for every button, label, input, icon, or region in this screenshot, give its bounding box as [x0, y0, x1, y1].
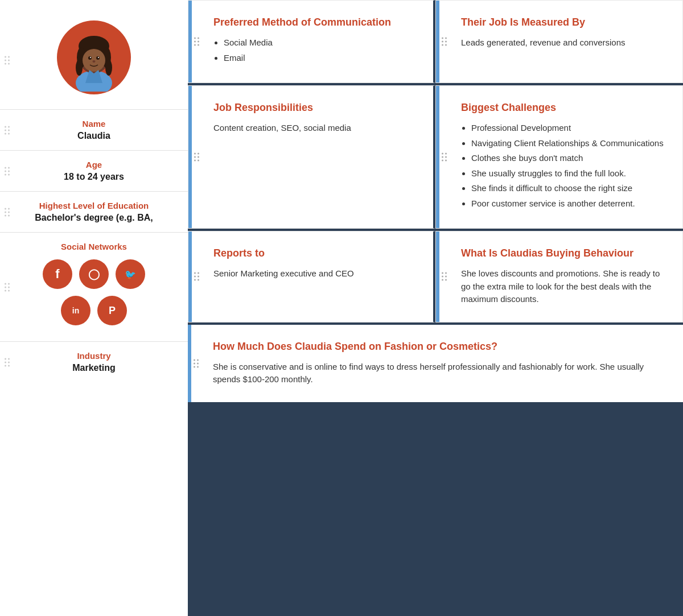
- age-section: Age 18 to 24 years: [0, 151, 188, 192]
- content-row-2: Job Responsibilities Content creation, S…: [188, 83, 683, 229]
- sidebar: Name Claudia Age 18 to 24 years Highest …: [0, 0, 188, 616]
- page-layout: Name Claudia Age 18 to 24 years Highest …: [0, 0, 683, 616]
- social-networks-section: Social Networks f ◯ 🐦 in P: [0, 233, 188, 342]
- reports-to-body: Senior Marketing executive and CEO: [213, 267, 417, 280]
- social-networks-label: Social Networks: [11, 242, 176, 251]
- instagram-icon[interactable]: ◯: [79, 259, 109, 289]
- reports-to-card: Reports to Senior Marketing executive an…: [188, 231, 435, 323]
- drag-handle: [194, 38, 199, 46]
- job-responsibilities-title: Job Responsibilities: [213, 102, 417, 114]
- biggest-challenges-card: Biggest Challenges Professional Developm…: [435, 85, 683, 229]
- industry-label: Industry: [11, 351, 176, 361]
- list-item: Professional Development: [471, 122, 666, 135]
- list-item: Email: [224, 52, 417, 65]
- list-item: Social Media: [224, 36, 417, 49]
- drag-handle: [442, 38, 447, 46]
- spend-body: She is conservative and is online to fin…: [213, 361, 667, 386]
- linkedin-icon[interactable]: in: [61, 296, 90, 325]
- spend-section: How Much Does Claudia Spend on Fashion o…: [188, 323, 683, 402]
- main-content: Preferred Method of Communication Social…: [188, 0, 683, 616]
- list-item: She finds it difficult to choose the rig…: [471, 182, 666, 195]
- education-section: Highest Level of Education Bachelor's de…: [0, 192, 188, 233]
- facebook-icon[interactable]: f: [43, 259, 72, 289]
- preferred-comm-title: Preferred Method of Communication: [213, 16, 417, 28]
- twitter-icon[interactable]: 🐦: [116, 259, 145, 289]
- drag-handle: [5, 358, 10, 366]
- buying-behaviour-title: What Is Claudias Buying Behaviour: [461, 247, 666, 259]
- education-value: Bachelor's degree (e.g. BA,: [11, 213, 176, 223]
- buying-behaviour-card: What Is Claudias Buying Behaviour She lo…: [435, 231, 683, 323]
- list-item: She usually struggles to find the full l…: [471, 167, 666, 180]
- pinterest-icon[interactable]: P: [97, 296, 127, 325]
- drag-handle: [5, 126, 10, 134]
- age-label: Age: [11, 160, 176, 169]
- reports-to-title: Reports to: [213, 247, 417, 259]
- job-responsibilities-body: Content creation, SEO, social media: [213, 122, 417, 135]
- biggest-challenges-title: Biggest Challenges: [461, 102, 666, 114]
- challenges-list: Professional Development Navigating Clie…: [461, 122, 666, 210]
- card-accent-bar: [188, 86, 192, 228]
- preferred-comm-card: Preferred Method of Communication Social…: [188, 0, 435, 83]
- list-item: Navigating Client Relationships & Commun…: [471, 137, 666, 150]
- content-row-1: Preferred Method of Communication Social…: [188, 0, 683, 83]
- list-item: Clothes she buys don't match: [471, 152, 666, 165]
- drag-handle: [194, 359, 199, 367]
- svg-point-11: [96, 56, 100, 60]
- card-accent-bar: [188, 1, 192, 82]
- svg-point-7: [76, 60, 83, 76]
- avatar-image: [60, 23, 128, 92]
- card-accent-bar: [436, 86, 439, 228]
- drag-handle: [194, 272, 199, 281]
- svg-point-12: [90, 57, 91, 58]
- preferred-comm-body: Social Media Email: [213, 36, 417, 64]
- job-measured-card: Their Job Is Measured By Leads generated…: [435, 0, 683, 83]
- drag-handle: [442, 272, 447, 281]
- svg-point-8: [105, 60, 112, 76]
- svg-point-10: [88, 56, 92, 60]
- spend-card: How Much Does Claudia Spend on Fashion o…: [188, 325, 683, 402]
- job-responsibilities-card: Job Responsibilities Content creation, S…: [188, 85, 435, 229]
- social-icons-bottom-row: in P: [11, 296, 176, 325]
- name-label: Name: [11, 119, 176, 129]
- content-row-3: Reports to Senior Marketing executive an…: [188, 229, 683, 323]
- avatar-section: [0, 11, 188, 110]
- card-accent-bar: [436, 1, 439, 82]
- buying-behaviour-body: She loves discounts and promotions. She …: [461, 267, 666, 306]
- age-value: 18 to 24 years: [11, 172, 176, 182]
- drag-handle: [194, 153, 199, 162]
- list-item: Poor customer service is another deterre…: [471, 197, 666, 210]
- drag-handle: [5, 283, 10, 291]
- svg-point-14: [93, 60, 96, 63]
- drag-handle: [5, 208, 10, 216]
- svg-point-13: [98, 57, 99, 58]
- name-section: Name Claudia: [0, 110, 188, 151]
- card-accent-bar: [436, 231, 439, 322]
- drag-handle: [5, 56, 10, 65]
- education-label: Highest Level of Education: [11, 201, 176, 210]
- card-accent-bar: [188, 231, 192, 322]
- name-value: Claudia: [11, 131, 176, 141]
- biggest-challenges-body: Professional Development Navigating Clie…: [461, 122, 666, 210]
- preferred-comm-list: Social Media Email: [213, 36, 417, 64]
- industry-section: Industry Marketing: [0, 342, 188, 382]
- job-measured-title: Their Job Is Measured By: [461, 16, 666, 28]
- avatar: [57, 20, 131, 94]
- industry-value: Marketing: [11, 363, 176, 373]
- social-icons-top-row: f ◯ 🐦: [11, 259, 176, 289]
- drag-handle: [5, 167, 10, 175]
- spend-title: How Much Does Claudia Spend on Fashion o…: [213, 341, 667, 353]
- drag-handle: [442, 153, 447, 162]
- job-measured-body: Leads generated, revenue and conversions: [461, 36, 666, 49]
- card-accent-bar: [188, 325, 191, 402]
